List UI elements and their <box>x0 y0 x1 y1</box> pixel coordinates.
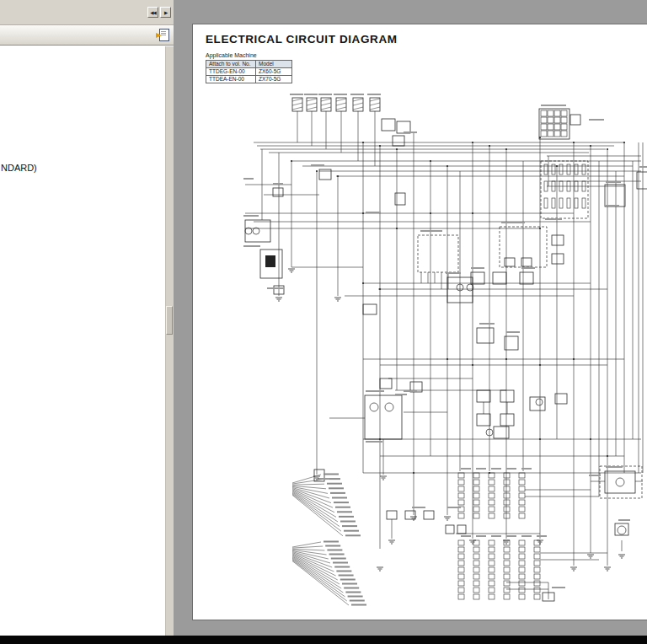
table-row: TTDEA-EN-00 ZX70-5G <box>206 76 292 83</box>
table-row: TTDEG-EN-00 ZX60-5G <box>206 68 292 76</box>
document-viewer: ELECTRICAL CIRCUIT DIAGRAM Applicable Ma… <box>174 0 647 636</box>
circuit-diagram <box>193 94 647 616</box>
table-cell: ZX60-5G <box>256 68 292 76</box>
previous-topic-button[interactable]: ◀◀ <box>147 7 158 18</box>
table-cell: ZX70-5G <box>256 76 292 83</box>
applicable-machine-table: Attach to vol. No. Model TTDEG-EN-00 ZX6… <box>206 60 292 83</box>
document-page: ELECTRICAL CIRCUIT DIAGRAM Applicable Ma… <box>192 24 647 620</box>
right-arrow-icon: ▶ <box>164 10 167 15</box>
locate-in-contents-icon[interactable] <box>159 29 169 41</box>
applicable-machine-label: Applicable Machine <box>206 52 257 58</box>
contents-tree: NDARD) <box>0 46 165 636</box>
page-title: ELECTRICAL CIRCUIT DIAGRAM <box>206 33 398 46</box>
table-header-cell: Attach to vol. No. <box>206 61 256 68</box>
sidebar-body: NDARD) <box>0 46 174 636</box>
table-header-cell: Model <box>256 61 292 68</box>
toc-item-partial[interactable]: NDARD) <box>1 163 37 173</box>
double-left-arrow-icon: ◀◀ <box>150 10 155 15</box>
sidebar-subbar <box>0 25 174 46</box>
contents-sidebar: ◀◀ ▶ NDARD) <box>0 0 174 636</box>
table-cell: TTDEG-EN-00 <box>206 68 256 76</box>
sidebar-vertical-scrollbar[interactable] <box>165 46 174 636</box>
scrollbar-thumb[interactable] <box>166 306 173 335</box>
table-header-row: Attach to vol. No. Model <box>206 61 292 68</box>
bottom-black-bar <box>0 636 647 644</box>
sidebar-toolbar: ◀◀ ▶ <box>0 0 174 25</box>
next-topic-button[interactable]: ▶ <box>160 7 171 18</box>
table-cell: TTDEA-EN-00 <box>206 76 256 83</box>
